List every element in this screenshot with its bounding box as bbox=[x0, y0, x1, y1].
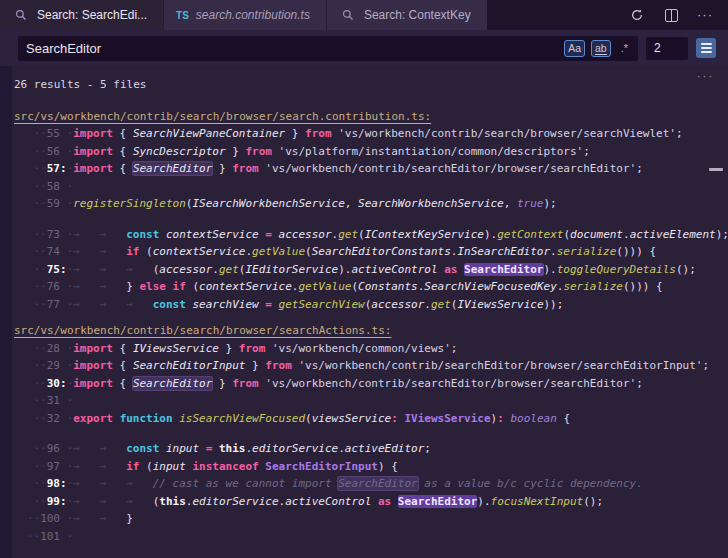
tab-bar: Search: SearchEdi... TS search.contribut… bbox=[0, 0, 728, 30]
code-line[interactable]: ··57:·import { SearchEditor } from 'vs/w… bbox=[12, 160, 728, 178]
line-number: ··101 bbox=[14, 528, 60, 546]
code-area[interactable]: 26 results - 5 filessrc/vs/workbench/con… bbox=[12, 66, 728, 545]
line-number: ··75 bbox=[14, 261, 60, 279]
section-gap bbox=[12, 313, 728, 322]
search-match: SearchEditor bbox=[398, 495, 477, 508]
line-number: ··100 bbox=[14, 510, 60, 528]
line-number: ··77 bbox=[14, 296, 60, 314]
editor-actions: ··· bbox=[628, 0, 728, 30]
context-lines-input[interactable]: 2 bbox=[646, 37, 688, 60]
overview-ruler-marker bbox=[709, 168, 723, 171]
code-line[interactable]: ··101 · bbox=[12, 528, 728, 546]
code-line[interactable]: ··96 ·→ → const input = this.editorServi… bbox=[12, 440, 728, 458]
match-case-toggle[interactable]: Aa bbox=[564, 40, 585, 57]
line-number: ··57 bbox=[14, 160, 60, 178]
code-line[interactable]: ··98:·→ → → // cast as we cannot import … bbox=[12, 475, 728, 493]
tab-label: search.contribution.ts bbox=[196, 8, 310, 22]
search-match: SearchEditor bbox=[133, 377, 212, 390]
tab-label: Search: ContextKey bbox=[364, 8, 471, 22]
tab-search-contribution-ts[interactable]: TS search.contribution.ts bbox=[163, 0, 326, 30]
search-input[interactable]: SearchEditor Aa ab .* bbox=[18, 36, 638, 61]
search-query-bar: SearchEditor Aa ab .* 2 bbox=[0, 30, 728, 66]
search-match: SearchEditor bbox=[338, 477, 417, 490]
code-line[interactable]: ··59 ·registerSingleton(ISearchWorkbench… bbox=[12, 195, 728, 213]
split-editor-icon[interactable] bbox=[662, 6, 680, 24]
line-number: ··31 bbox=[14, 392, 60, 410]
code-line[interactable]: ··32 ·export function isSearchViewFocuse… bbox=[12, 410, 728, 428]
code-line[interactable]: ··58 · bbox=[12, 178, 728, 196]
tab-label: Search: SearchEdi... bbox=[37, 8, 147, 22]
code-line[interactable]: ··56 ·import { SyncDescriptor } from 'vs… bbox=[12, 143, 728, 161]
section-gap bbox=[12, 94, 728, 108]
section-gap bbox=[12, 213, 728, 226]
refresh-icon[interactable] bbox=[628, 6, 646, 24]
line-number: ··74 bbox=[14, 243, 60, 261]
search-editor-content[interactable]: ··· 26 results - 5 filessrc/vs/workbench… bbox=[0, 66, 728, 558]
line-number: ··99 bbox=[14, 493, 60, 511]
code-line[interactable]: ··55 ·import { SearchViewPaneContainer }… bbox=[12, 125, 728, 143]
code-line[interactable]: ··77 ·→ → → const searchView = getSearch… bbox=[12, 296, 728, 314]
code-line[interactable]: ··30:·import { SearchEditor } from 'vs/w… bbox=[12, 375, 728, 393]
code-line[interactable]: ··75:·→ → → (accessor.get(IEditorService… bbox=[12, 261, 728, 279]
editor-gutter-rail bbox=[0, 66, 12, 558]
code-line[interactable]: ··99:·→ → → (this.editorService.activeCo… bbox=[12, 493, 728, 511]
line-number: ··58 bbox=[14, 178, 60, 196]
line-number: ··59 bbox=[14, 195, 60, 213]
code-line[interactable]: ··31 · bbox=[12, 392, 728, 410]
line-number: ··55 bbox=[14, 125, 60, 143]
code-line[interactable]: ··97 ·→ → if (input instanceof SearchEdi… bbox=[12, 458, 728, 476]
regex-toggle[interactable]: .* bbox=[617, 40, 632, 57]
file-path-link[interactable]: src/vs/workbench/contrib/search/browser/… bbox=[12, 322, 728, 340]
line-number: ··28 bbox=[14, 340, 60, 358]
file-path-link[interactable]: src/vs/workbench/contrib/search/browser/… bbox=[12, 108, 728, 126]
line-number: ··56 bbox=[14, 143, 60, 161]
search-icon bbox=[12, 6, 30, 24]
search-query-text: SearchEditor bbox=[26, 41, 558, 56]
line-number: ··73 bbox=[14, 226, 60, 244]
line-number: ··30 bbox=[14, 375, 60, 393]
editor-overflow-icon[interactable]: ··· bbox=[697, 68, 715, 83]
line-number: ··97 bbox=[14, 458, 60, 476]
code-line[interactable]: ··29 ·import { SearchEditorInput } from … bbox=[12, 357, 728, 375]
more-actions-icon[interactable]: ··· bbox=[696, 6, 714, 24]
code-line[interactable]: ··100 ·→ → } bbox=[12, 510, 728, 528]
line-number: ··29 bbox=[14, 357, 60, 375]
tab-search-searcheditor[interactable]: Search: SearchEdi... bbox=[0, 0, 163, 30]
whole-word-toggle[interactable]: ab bbox=[591, 40, 611, 57]
code-line[interactable]: ··74 ·→ → if (contextService.getValue(Se… bbox=[12, 243, 728, 261]
section-gap bbox=[12, 427, 728, 440]
line-number: ··96 bbox=[14, 440, 60, 458]
line-number: ··76 bbox=[14, 278, 60, 296]
tab-search-contextkey[interactable]: Search: ContextKey bbox=[326, 0, 487, 30]
results-summary: 26 results - 5 files bbox=[12, 76, 728, 94]
line-number: ··32 bbox=[14, 410, 60, 428]
line-number: ··98 bbox=[14, 475, 60, 493]
toggle-search-details-icon[interactable] bbox=[696, 38, 716, 58]
code-line[interactable]: ··28 ·import { IViewsService } from 'vs/… bbox=[12, 340, 728, 358]
code-line[interactable]: ··73 ·→ → const contextService = accesso… bbox=[12, 226, 728, 244]
search-match: SearchEditor bbox=[133, 162, 212, 175]
search-match: SearchEditor bbox=[464, 263, 543, 276]
code-line[interactable]: ··76 ·→ → } else if (contextService.getV… bbox=[12, 278, 728, 296]
search-icon bbox=[339, 6, 357, 24]
typescript-icon: TS bbox=[176, 10, 189, 21]
